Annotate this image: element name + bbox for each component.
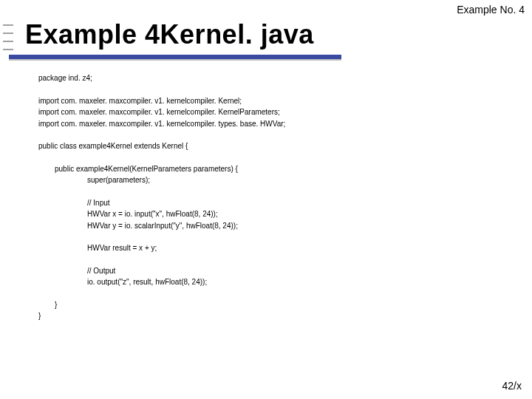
code-line: HWVar result = x + y; bbox=[87, 242, 482, 254]
slide-title: Example 4Kernel. java bbox=[25, 19, 314, 50]
code-line: import com. maxeler. maxcompiler. v1. ke… bbox=[38, 118, 482, 130]
code-line: public class example4Kernel extends Kern… bbox=[38, 140, 482, 152]
header-label: Example No. 4 bbox=[457, 4, 525, 16]
code-comment: // Input bbox=[87, 197, 482, 209]
code-line: HWVar x = io. input("x", hwFloat(8, 24))… bbox=[87, 208, 482, 220]
code-line: import com. maxeler. maxcompiler. v1. ke… bbox=[38, 95, 482, 107]
code-line: import com. maxeler. maxcompiler. v1. ke… bbox=[38, 106, 482, 118]
code-line: } bbox=[38, 310, 482, 322]
title-underline bbox=[9, 55, 341, 61]
decoration-ticks bbox=[3, 24, 13, 57]
code-line: package ind. z4; bbox=[38, 72, 482, 84]
code-line: } bbox=[55, 299, 482, 311]
code-line: public example4Kernel(KernelParameters p… bbox=[55, 163, 482, 175]
code-block: package ind. z4; import com. maxeler. ma… bbox=[38, 72, 482, 322]
code-line: super(parameters); bbox=[87, 174, 482, 186]
code-line: io. output("z", result, hwFloat(8, 24)); bbox=[87, 276, 482, 288]
code-comment: // Output bbox=[87, 265, 482, 277]
page-number: 42/x bbox=[502, 380, 522, 392]
code-line: HWVar y = io. scalarInput("y", hwFloat(8… bbox=[87, 220, 482, 232]
